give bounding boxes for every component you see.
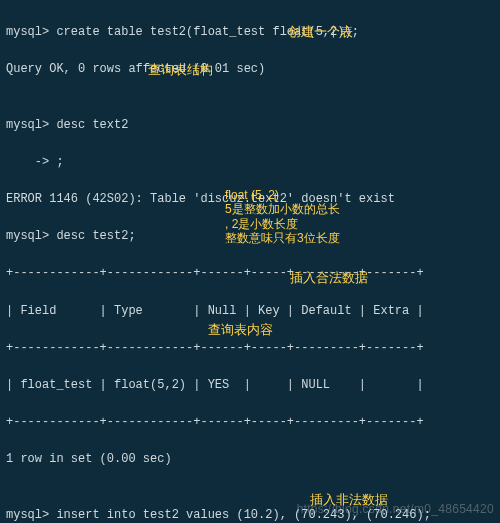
annotation-float-explain: float (5, 2) 5是整数加小数的总长 , 2是小数长度 整数意味只有3… — [225, 188, 340, 246]
annotation-create-table: 创建一个表 — [288, 22, 353, 42]
annotation-float-line1: float (5, 2) — [225, 188, 279, 202]
term-line: -> ; — [6, 153, 496, 172]
annotation-float-line4: 整数意味只有3位长度 — [225, 231, 340, 245]
annotation-float-line2: 5是整数加小数的总长 — [225, 202, 340, 216]
term-line: 1 row in set (0.00 sec) — [6, 450, 496, 469]
term-line: +------------+------------+------+-----+… — [6, 264, 496, 283]
term-line: | float_test | float(5,2) | YES | | NULL… — [6, 376, 496, 395]
annotation-select: 查询表内容 — [208, 320, 273, 340]
annotation-float-line3: , 2是小数长度 — [225, 217, 298, 231]
annotation-desc-table: 查询表结构 — [148, 60, 213, 80]
term-line: mysql> create table test2(float_test flo… — [6, 23, 496, 42]
term-line: +------------+------------+------+-----+… — [6, 339, 496, 358]
watermark: https://blog.csdn.net/m0_48654420 — [297, 500, 494, 519]
term-line: | Field | Type | Null | Key | Default | … — [6, 302, 496, 321]
terminal-output: mysql> create table test2(float_test flo… — [0, 0, 500, 523]
term-line: Query OK, 0 rows affected (0.01 sec) — [6, 60, 496, 79]
term-line: +------------+------------+------+-----+… — [6, 413, 496, 432]
annotation-insert-valid: 插入合法数据 — [290, 268, 368, 288]
term-line: mysql> desc text2 — [6, 116, 496, 135]
